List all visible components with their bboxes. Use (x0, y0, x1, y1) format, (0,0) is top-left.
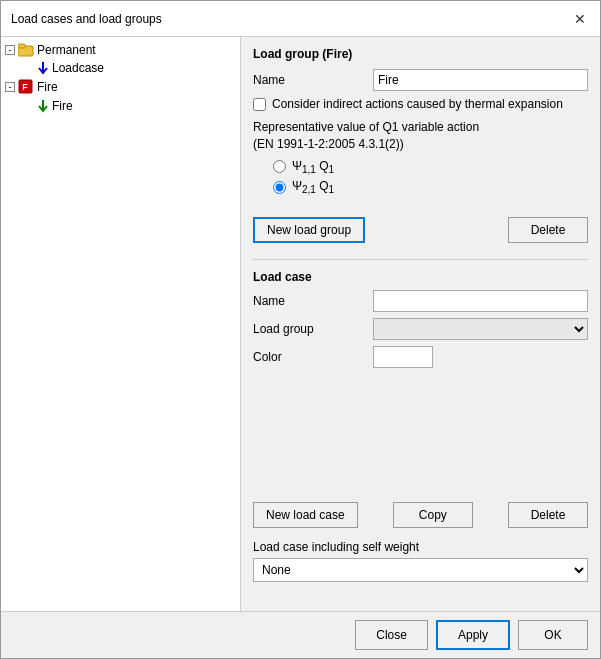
radio-psi1-label: Ψ1,1 Q1 (292, 159, 334, 175)
dialog: Load cases and load groups ✕ - Permanent (0, 0, 601, 659)
load-case-section: Load case Name Load group Color (253, 270, 588, 374)
name-row: Name (253, 69, 588, 91)
tree-item-loadcase[interactable]: Loadcase (25, 59, 236, 77)
expand-icon-fire[interactable]: - (5, 82, 15, 92)
tree-label-fire-group: Fire (37, 80, 58, 94)
tree-children-fire: Fire (5, 97, 236, 115)
color-picker[interactable] (373, 346, 433, 368)
radio-psi2[interactable] (273, 181, 286, 194)
copy-button[interactable]: Copy (393, 502, 473, 528)
svg-rect-1 (18, 44, 25, 48)
new-load-case-button[interactable]: New load case (253, 502, 358, 528)
mid-area (253, 374, 588, 494)
loadcase-icon (37, 61, 49, 75)
title-bar: Load cases and load groups ✕ (1, 1, 600, 37)
divider (253, 259, 588, 260)
fire-loadcase-icon (37, 99, 49, 113)
load-group-select[interactable] (373, 318, 588, 340)
load-case-name-input[interactable] (373, 290, 588, 312)
tree-item-fire-group[interactable]: - F Fire (5, 77, 236, 97)
self-weight-label: Load case including self weight (253, 540, 588, 554)
thermal-checkbox[interactable] (253, 98, 266, 111)
color-row: Color (253, 346, 588, 368)
delete-bottom-button[interactable]: Delete (508, 502, 588, 528)
load-case-name-row: Name (253, 290, 588, 312)
tree-label-fire-loadcase: Fire (52, 99, 73, 113)
radio-row-psi1: Ψ1,1 Q1 (253, 159, 588, 175)
load-case-name-label: Name (253, 294, 373, 308)
name-label: Name (253, 73, 373, 87)
close-icon[interactable]: ✕ (570, 9, 590, 29)
svg-text:F: F (22, 82, 28, 92)
load-group-title: Load group (Fire) (253, 47, 588, 61)
load-group-label: Load group (253, 322, 373, 336)
self-weight-section: Load case including self weight None (253, 540, 588, 582)
tree-item-fire-loadcase[interactable]: Fire (25, 97, 236, 115)
tree-children-permanent: Loadcase (5, 59, 236, 77)
right-panel: Load group (Fire) Name Consider indirect… (241, 37, 600, 611)
radio-psi2-label: Ψ2,1 Q1 (292, 179, 334, 195)
load-group-row: Load group (253, 318, 588, 340)
ok-button[interactable]: OK (518, 620, 588, 650)
dialog-body: - Permanent Loadcase (1, 37, 600, 611)
representative-title: Representative value of Q1 variable acti… (253, 119, 588, 153)
color-label: Color (253, 350, 373, 364)
load-group-btn-row: New load group Delete (253, 217, 588, 243)
load-case-title: Load case (253, 270, 588, 284)
tree-label-loadcase: Loadcase (52, 61, 104, 75)
representative-section: Representative value of Q1 variable acti… (253, 119, 588, 199)
radio-row-psi2: Ψ2,1 Q1 (253, 179, 588, 195)
tree-panel: - Permanent Loadcase (1, 37, 241, 611)
radio-psi1[interactable] (273, 160, 286, 173)
new-load-group-button[interactable]: New load group (253, 217, 365, 243)
expand-icon-permanent[interactable]: - (5, 45, 15, 55)
dialog-title: Load cases and load groups (11, 12, 162, 26)
tree-item-permanent[interactable]: - Permanent (5, 41, 236, 59)
self-weight-select[interactable]: None (253, 558, 588, 582)
footer: Close Apply OK (1, 611, 600, 658)
apply-button[interactable]: Apply (436, 620, 510, 650)
representative-subtitle: (EN 1991-1-2:2005 4.3.1(2)) (253, 137, 404, 151)
thermal-checkbox-row: Consider indirect actions caused by ther… (253, 97, 588, 111)
thermal-checkbox-label: Consider indirect actions caused by ther… (272, 97, 563, 111)
folder-icon-permanent (18, 43, 34, 57)
fire-group-icon: F (18, 79, 34, 95)
name-input[interactable] (373, 69, 588, 91)
delete-top-button[interactable]: Delete (508, 217, 588, 243)
close-button[interactable]: Close (355, 620, 428, 650)
tree-label-permanent: Permanent (37, 43, 96, 57)
load-case-btn-row: New load case Copy Delete (253, 502, 588, 528)
